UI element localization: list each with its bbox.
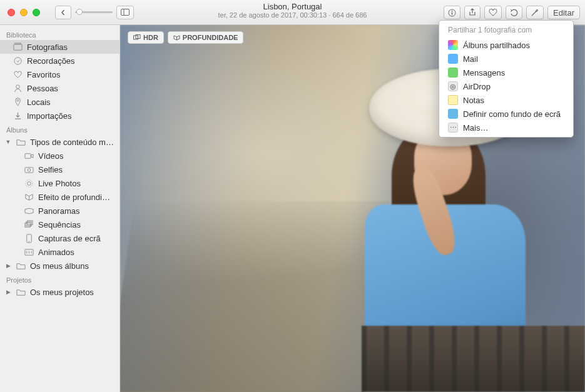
sidebar-item-imports[interactable]: Importações xyxy=(0,109,120,123)
folder-icon xyxy=(16,261,26,271)
share-item-label: Mensagens xyxy=(463,68,505,78)
share-item-shared-albums[interactable]: Álbuns partilhados xyxy=(439,38,573,52)
svg-rect-5 xyxy=(13,44,21,49)
depth-icon xyxy=(173,34,180,41)
share-item-label: Notas xyxy=(463,96,484,105)
share-item-more[interactable]: ⋯ Mais… xyxy=(439,121,573,134)
sidebar-item-memories[interactable]: Recordações xyxy=(0,54,120,68)
panorama-icon xyxy=(24,206,34,216)
magic-wand-icon xyxy=(531,9,539,17)
svg-rect-16 xyxy=(26,221,31,226)
share-item-label: Definir como fundo de ecrã xyxy=(463,109,561,119)
video-icon xyxy=(24,151,34,161)
back-button[interactable] xyxy=(55,6,71,19)
shared-albums-icon xyxy=(448,40,458,50)
sidebar-item-media-types[interactable]: ▼ Tipos de conteúdo m… xyxy=(0,135,120,149)
sidebar-item-depth[interactable]: Efeito de profundi… xyxy=(0,190,120,204)
sidebar-item-label: Capturas de ecrã xyxy=(38,234,101,243)
share-item-airdrop[interactable]: ◎ AirDrop xyxy=(439,79,573,93)
sidebar-item-bursts[interactable]: Sequências xyxy=(0,218,120,231)
share-item-mail[interactable]: Mail xyxy=(439,52,573,66)
sidebar-item-label: Panoramas xyxy=(38,206,79,216)
screenshot-icon xyxy=(24,233,34,243)
sidebar-item-label: Favoritos xyxy=(27,70,60,79)
sidebar-item-label: Locais xyxy=(27,98,51,107)
share-menu-title: Partilhar 1 fotografia com xyxy=(439,23,573,38)
sidebar-item-label: Tipos de conteúdo m… xyxy=(30,138,114,147)
edit-label: Editar xyxy=(553,8,574,18)
messages-icon xyxy=(448,68,458,78)
heart-icon xyxy=(13,69,23,79)
share-item-label: Mais… xyxy=(463,123,488,133)
disclosure-open-icon[interactable]: ▼ xyxy=(5,139,11,145)
sidebar-item-label: Sequências xyxy=(38,220,81,229)
import-icon xyxy=(13,111,23,121)
sidebar-item-photos[interactable]: Fotografias xyxy=(0,40,120,54)
sidebar-item-panoramas[interactable]: Panoramas xyxy=(0,204,120,218)
sidebar-item-my-albums[interactable]: ▶ Os meus álbuns xyxy=(0,259,120,273)
gif-icon xyxy=(24,247,34,257)
burst-icon xyxy=(24,219,34,229)
sidebar-item-label: Selfies xyxy=(38,165,63,174)
svg-rect-4 xyxy=(452,12,452,14)
disclosure-closed-icon[interactable]: ▶ xyxy=(5,289,11,295)
depth-icon xyxy=(24,192,34,202)
sidebar-item-my-projects[interactable]: ▶ Os meus projetos xyxy=(0,285,120,299)
sidebar-item-label: Recordações xyxy=(27,56,75,66)
sidebar-item-places[interactable]: Locais xyxy=(0,95,120,109)
share-item-wallpaper[interactable]: Definir como fundo de ecrã xyxy=(439,107,573,121)
sidebar-toggle-button[interactable] xyxy=(116,6,134,19)
depth-badge: PROFUNDIDADE xyxy=(168,31,244,44)
svg-point-14 xyxy=(25,179,32,186)
sidebar-item-animated[interactable]: Animados xyxy=(0,245,120,259)
sidebar-item-label: Pessoas xyxy=(27,84,58,93)
window-controls xyxy=(0,9,40,16)
edit-button[interactable]: Editar xyxy=(547,6,580,19)
sidebar-item-label: Vídeos xyxy=(38,151,63,161)
enhance-button[interactable] xyxy=(526,6,544,19)
sidebar-item-label: Os meus projetos xyxy=(30,288,94,297)
sidebar-item-people[interactable]: Pessoas xyxy=(0,81,120,95)
share-item-notes[interactable]: Notas xyxy=(439,93,573,107)
zoom-slider[interactable] xyxy=(75,11,113,13)
mail-icon xyxy=(448,54,458,64)
svg-point-9 xyxy=(17,99,19,101)
svg-rect-11 xyxy=(24,167,33,172)
rotate-button[interactable] xyxy=(506,6,522,19)
share-icon xyxy=(469,8,476,17)
sidebar-item-selfies[interactable]: Selfies xyxy=(0,163,120,176)
disclosure-closed-icon[interactable]: ▶ xyxy=(5,263,11,269)
svg-rect-0 xyxy=(121,9,130,16)
sidebar-section-library: Biblioteca xyxy=(0,28,120,40)
sidebar-item-livephotos[interactable]: Live Photos xyxy=(0,176,120,190)
photo-badges: HDR PROFUNDIDADE xyxy=(128,31,243,44)
share-item-label: AirDrop xyxy=(463,82,491,91)
heart-icon xyxy=(489,9,497,16)
sidebar-item-label: Efeito de profundi… xyxy=(38,193,110,202)
svg-rect-10 xyxy=(24,153,30,158)
svg-point-13 xyxy=(27,181,31,185)
sidebar-item-favorites[interactable]: Favoritos xyxy=(0,68,120,81)
svg-point-19 xyxy=(28,241,29,242)
sidebar-section-projects: Projetos xyxy=(0,273,120,285)
minimize-window-button[interactable] xyxy=(20,9,28,16)
sidebar-item-videos[interactable]: Vídeos xyxy=(0,149,120,163)
svg-point-12 xyxy=(28,168,31,171)
favorite-button[interactable] xyxy=(484,6,502,19)
wallpaper-icon xyxy=(448,109,458,119)
more-icon: ⋯ xyxy=(448,123,458,133)
share-menu: Partilhar 1 fotografia com Álbuns partil… xyxy=(439,20,574,138)
sidebar-section-albums: Álbuns xyxy=(0,123,120,135)
fullscreen-window-button[interactable] xyxy=(33,9,40,16)
share-item-messages[interactable]: Mensagens xyxy=(439,66,573,79)
sidebar-item-screenshots[interactable]: Capturas de ecrã xyxy=(0,231,120,245)
notes-icon xyxy=(448,95,458,105)
sidebar: Biblioteca Fotografias Recordações Favor… xyxy=(0,25,120,392)
folder-icon xyxy=(16,287,26,297)
info-button[interactable] xyxy=(444,6,460,19)
close-window-button[interactable] xyxy=(8,9,15,16)
sidebar-item-label: Live Photos xyxy=(38,179,81,188)
share-button[interactable] xyxy=(464,6,481,19)
sidebar-item-label: Animados xyxy=(38,248,74,257)
hdr-icon xyxy=(133,34,141,41)
